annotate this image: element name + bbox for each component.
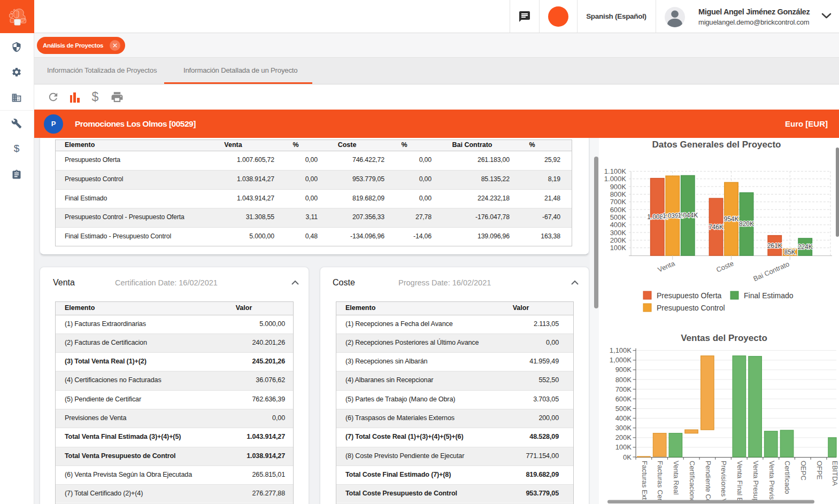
svg-text:820K: 820K: [739, 220, 754, 228]
svg-text:0K: 0K: [623, 453, 632, 461]
svg-text:Ventas del Proyecto: Ventas del Proyecto: [681, 333, 767, 343]
svg-text:Bai Contrato: Bai Contrato: [752, 260, 790, 283]
svg-text:600K: 600K: [615, 395, 632, 403]
svg-text:Venta Prevista: Venta Prevista: [768, 461, 776, 504]
svg-text:100K: 100K: [615, 443, 632, 451]
svg-text:Venta Real: Venta Real: [672, 461, 680, 495]
svg-text:200K: 200K: [615, 433, 632, 441]
svg-text:Venta Presupuesto de Control: Venta Presupuesto de Control: [752, 461, 760, 504]
svg-text:224K: 224K: [798, 243, 813, 251]
svg-text:1.100K: 1.100K: [604, 167, 627, 175]
svg-text:Presupuesto Oferta: Presupuesto Oferta: [657, 291, 722, 300]
svg-text:Facturas Certificacion: Facturas Certificacion: [656, 461, 664, 504]
svg-text:300K: 300K: [615, 424, 632, 432]
svg-text:1.044K: 1.044K: [678, 212, 698, 219]
svg-text:1,100K: 1,100K: [610, 346, 632, 354]
svg-text:Venta Final Estimada: Venta Final Estimada: [736, 461, 744, 504]
svg-text:600K: 600K: [610, 206, 627, 214]
svg-text:500K: 500K: [610, 213, 627, 221]
svg-text:OFPE: OFPE: [815, 461, 823, 480]
svg-text:900K: 900K: [615, 366, 632, 374]
svg-text:800K: 800K: [615, 376, 632, 384]
svg-text:Final Estimado: Final Estimado: [744, 291, 794, 300]
svg-text:Datos Generales del Proyecto: Datos Generales del Proyecto: [652, 139, 781, 150]
svg-text:200K: 200K: [610, 236, 627, 244]
svg-text:300K: 300K: [610, 229, 627, 237]
svg-text:Certificaciones no Facturadas: Certificaciones no Facturadas: [688, 461, 696, 504]
svg-text:400K: 400K: [610, 221, 627, 229]
svg-text:700K: 700K: [615, 385, 632, 393]
svg-text:Coste: Coste: [715, 259, 735, 274]
svg-text:900K: 900K: [610, 183, 627, 191]
svg-text:Previsiones Venta: Previsiones Venta: [720, 461, 728, 504]
svg-text:85K: 85K: [784, 249, 796, 256]
svg-text:800K: 800K: [610, 190, 627, 198]
svg-text:OEPC: OEPC: [799, 461, 807, 480]
svg-text:261K: 261K: [767, 242, 782, 250]
svg-text:Venta: Venta: [657, 259, 676, 274]
svg-text:Pendiente Certificar: Pendiente Certificar: [704, 461, 712, 504]
svg-text:Certificado: Certificado: [783, 461, 791, 494]
svg-text:954K: 954K: [723, 215, 738, 223]
svg-text:1,000K: 1,000K: [610, 356, 632, 364]
svg-text:EBITDA: EBITDA: [831, 461, 839, 486]
svg-text:Presupuesto Control: Presupuesto Control: [657, 304, 725, 312]
svg-text:Facturas Extraordinarias: Facturas Extraordinarias: [641, 461, 649, 504]
svg-text:400K: 400K: [615, 414, 632, 422]
svg-text:746K: 746K: [709, 223, 723, 231]
svg-text:700K: 700K: [610, 198, 627, 206]
svg-text:100K: 100K: [610, 244, 627, 252]
svg-text:1.000K: 1.000K: [604, 175, 627, 183]
svg-text:500K: 500K: [615, 405, 632, 413]
